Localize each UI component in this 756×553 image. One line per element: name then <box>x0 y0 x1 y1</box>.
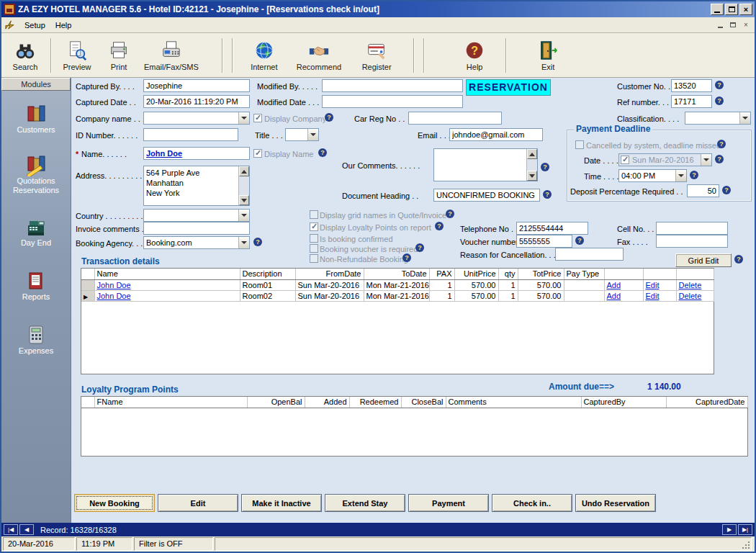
help-icon[interactable] <box>435 222 444 230</box>
classification-combo[interactable] <box>685 112 751 125</box>
help-icon[interactable] <box>253 238 262 246</box>
modules-header[interactable]: Modules <box>1 78 71 91</box>
col-header-fname[interactable]: FName <box>94 397 247 408</box>
payment-button[interactable]: Payment <box>408 494 489 512</box>
display-company-checkbox[interactable] <box>253 114 262 122</box>
non-refundable-checkbox[interactable] <box>310 254 318 263</box>
add-link[interactable]: Add <box>604 279 643 290</box>
our-comments-box[interactable] <box>433 148 538 181</box>
add-link[interactable]: Add <box>604 290 643 301</box>
deadline-date-combo[interactable]: Sun Mar-20-2016 <box>618 153 712 166</box>
reason-cancellation-input[interactable] <box>555 248 624 261</box>
recommend-button[interactable]: Recommend <box>292 35 346 76</box>
search-button[interactable]: Search <box>4 35 46 76</box>
modified-by-input[interactable] <box>322 79 463 92</box>
sidebar-item-day-end[interactable]: Day End <box>21 215 51 248</box>
menu-setup[interactable]: Setup <box>19 19 50 31</box>
col-header-totprice[interactable]: TotPrice <box>518 269 564 279</box>
id-number-input[interactable] <box>143 128 238 141</box>
first-record-button[interactable]: |◀ <box>4 524 18 535</box>
exit-button[interactable]: Exit <box>527 35 569 76</box>
dropdown-arrow-icon[interactable] <box>238 210 249 221</box>
captured-by-input[interactable] <box>143 79 250 92</box>
mdi-minimize-button[interactable] <box>714 20 726 30</box>
car-reg-input[interactable] <box>408 112 502 125</box>
booking-agency-combo[interactable]: Booking.com <box>143 236 250 249</box>
dropdown-arrow-icon[interactable] <box>701 154 711 166</box>
modified-date-input[interactable] <box>322 95 463 108</box>
preview-button[interactable]: Preview <box>56 35 98 76</box>
sidebar-item-quotations-reservations[interactable]: Quotations Reservations <box>13 153 59 195</box>
col-header-todate[interactable]: ToDate <box>364 269 429 279</box>
help-icon[interactable] <box>734 255 743 264</box>
undo-reservation-button[interactable]: Undo Reservation <box>575 494 656 512</box>
help-icon[interactable] <box>715 155 724 163</box>
help-icon[interactable] <box>722 186 731 194</box>
booking-confirmed-checkbox[interactable] <box>310 234 318 243</box>
loyalty-report-checkbox[interactable] <box>310 222 318 231</box>
minimize-button[interactable] <box>711 4 724 15</box>
col-header-added[interactable]: Added <box>305 397 349 408</box>
print-button[interactable]: Print <box>98 35 140 76</box>
email-input[interactable] <box>449 128 543 141</box>
col-header-name[interactable]: Name <box>94 269 240 279</box>
help-icon[interactable] <box>715 96 724 105</box>
transaction-row[interactable]: ▶ John Doe Room02 Sun Mar-20-2016 Mon Ma… <box>81 290 714 301</box>
next-record-button[interactable]: ▶ <box>722 524 737 535</box>
dropdown-arrow-icon[interactable] <box>307 129 318 140</box>
title-combo[interactable] <box>285 128 319 141</box>
email-fax-sms-button[interactable]: Email/Fax/SMS <box>140 35 203 76</box>
grid-names-checkbox[interactable] <box>310 210 318 219</box>
col-header-openbal[interactable]: OpenBal <box>247 397 305 408</box>
col-header-unitprice[interactable]: UnitPrice <box>454 269 498 279</box>
display-name-checkbox[interactable] <box>253 149 262 158</box>
ref-number-input[interactable] <box>671 95 712 108</box>
help-button[interactable]: ? Help <box>454 35 495 76</box>
make-inactive-button[interactable]: Make it Inactive <box>241 494 322 512</box>
col-header-description[interactable]: Description <box>240 269 295 279</box>
cell-name[interactable]: John Doe <box>94 279 240 290</box>
check-in-button[interactable]: Check in.. <box>492 494 572 512</box>
fax-input[interactable] <box>656 235 728 248</box>
edit-link[interactable]: Edit <box>643 279 676 290</box>
help-icon[interactable] <box>325 113 333 122</box>
dropdown-arrow-icon[interactable] <box>675 170 686 181</box>
customer-no-input[interactable] <box>671 79 712 92</box>
transaction-row[interactable]: John Doe Room01 Sun Mar-20-2016 Mon Mar-… <box>81 279 714 290</box>
company-name-combo[interactable] <box>143 112 250 125</box>
mdi-close-button[interactable]: × <box>740 20 752 30</box>
cancelled-checkbox[interactable] <box>575 140 584 149</box>
scroll-up-icon[interactable] <box>527 149 537 159</box>
name-input[interactable] <box>143 147 250 160</box>
sidebar-item-reports[interactable]: Reports <box>22 269 50 302</box>
invoice-comments-input[interactable] <box>143 222 250 235</box>
col-header-closebal[interactable]: CloseBal <box>401 397 446 408</box>
previous-record-button[interactable]: ◀ <box>19 524 34 535</box>
dropdown-arrow-icon[interactable] <box>739 112 750 124</box>
help-icon[interactable] <box>446 210 454 218</box>
sidebar-item-expenses[interactable]: Expenses <box>19 323 53 356</box>
deadline-time-combo[interactable]: 04:00 PM <box>618 169 687 182</box>
extend-stay-button[interactable]: Extend Stay <box>325 494 405 512</box>
help-icon[interactable] <box>402 253 411 262</box>
restore-button[interactable] <box>725 4 738 15</box>
help-icon[interactable] <box>541 163 549 171</box>
captured-date-input[interactable] <box>143 95 250 108</box>
sidebar-item-customers[interactable]: Customers <box>17 102 55 135</box>
deadline-date-checkbox[interactable] <box>621 156 629 164</box>
cell-name[interactable]: John Doe <box>94 290 240 301</box>
register-button[interactable]: Register <box>356 35 397 76</box>
col-header-paytype[interactable]: Pay Type <box>564 269 604 279</box>
col-header-fromdate[interactable]: FromDate <box>295 269 364 279</box>
help-icon[interactable] <box>318 148 327 157</box>
col-header-pax[interactable]: PAX <box>429 269 454 279</box>
help-icon[interactable] <box>543 190 552 199</box>
menu-help[interactable]: Help <box>50 19 77 31</box>
scroll-up-icon[interactable] <box>239 166 249 176</box>
delete-link[interactable]: Delete <box>676 279 714 290</box>
scrollbar[interactable] <box>526 149 537 181</box>
resize-grip[interactable] <box>748 547 750 549</box>
edit-link[interactable]: Edit <box>643 290 676 301</box>
help-icon[interactable] <box>415 243 424 252</box>
help-icon[interactable] <box>715 81 724 89</box>
